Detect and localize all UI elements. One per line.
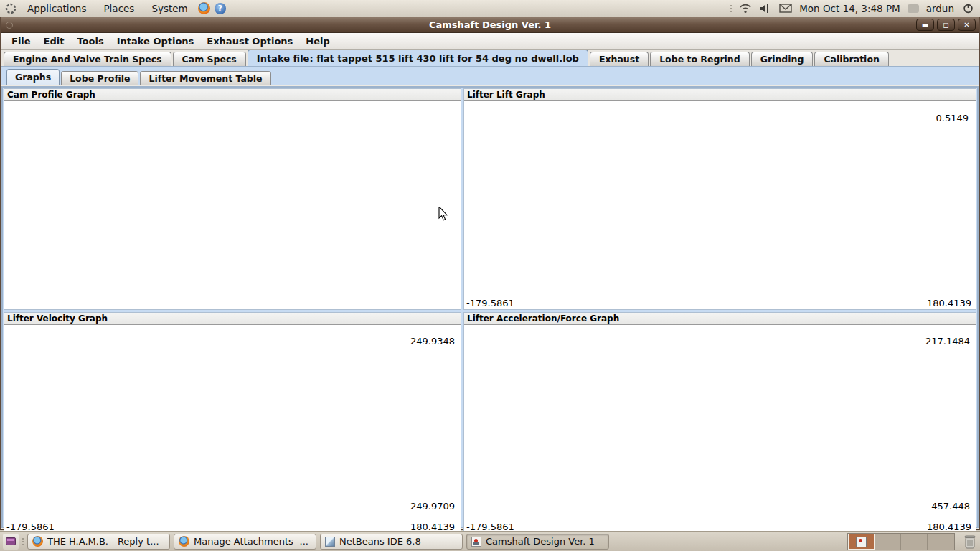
show-desktop-button[interactable] bbox=[3, 534, 19, 550]
acceleration-max-value: 217.1484 bbox=[925, 336, 970, 347]
cam-profile-panel: Cam Profile Graph bbox=[4, 88, 461, 310]
velocity-min-value: -249.9709 bbox=[407, 501, 455, 512]
graphs-grid: Cam Profile Graph Lifter Lift Graph 0.51… bbox=[1, 86, 979, 528]
window-title: Camshaft Design Ver. 1 bbox=[1, 19, 979, 30]
lift-xmin-value: -179.5861 bbox=[466, 298, 514, 309]
workspace-cell-1[interactable] bbox=[848, 534, 875, 550]
lifter-acceleration-title: Lifter Acceleration/Force Graph bbox=[464, 313, 976, 325]
volume-icon[interactable] bbox=[759, 2, 772, 15]
menu-help[interactable]: Help bbox=[299, 34, 336, 49]
system-menu[interactable]: System bbox=[144, 1, 194, 16]
places-menu[interactable]: Places bbox=[96, 1, 141, 16]
netbeans-icon bbox=[325, 537, 335, 547]
user-status-icon[interactable] bbox=[908, 4, 919, 13]
firefox-launcher-icon[interactable] bbox=[198, 2, 211, 15]
firefox-icon bbox=[179, 536, 189, 547]
tab-lobe-to-regrind[interactable]: Lobe to Regrind bbox=[650, 52, 750, 66]
workspace-cell-3[interactable] bbox=[901, 534, 928, 550]
workspace-cell-2[interactable] bbox=[875, 534, 901, 550]
java-app-icon bbox=[471, 537, 481, 547]
distro-logo-icon[interactable] bbox=[4, 2, 17, 15]
tab-lobe-profile[interactable]: Lobe Profile bbox=[61, 71, 138, 85]
cam-profile-title: Cam Profile Graph bbox=[4, 89, 461, 101]
lifter-velocity-title: Lifter Velocity Graph bbox=[4, 313, 461, 325]
power-icon[interactable] bbox=[961, 2, 974, 15]
tab-grinding[interactable]: Grinding bbox=[751, 52, 814, 66]
tab-exhaust[interactable]: Exhaust bbox=[590, 52, 649, 66]
taskbar-button-hamb[interactable]: THE H.A.M.B. - Reply t... bbox=[27, 534, 170, 550]
taskbar-grip bbox=[22, 538, 24, 545]
lifter-lift-plot: 0.5149 -179.5861 180.4139 bbox=[464, 101, 976, 309]
taskbar-button-netbeans[interactable]: NetBeans IDE 6.8 bbox=[320, 534, 463, 550]
clock[interactable]: Mon Oct 14, 3:48 PM bbox=[799, 3, 900, 14]
camshaft-design-window: Camshaft Design Ver. 1 ▬ ◻ ✕ File Edit T… bbox=[0, 17, 980, 530]
lifter-acceleration-panel: Lifter Acceleration/Force Graph 217.1484… bbox=[463, 312, 976, 534]
secondary-tab-bar: Graphs Lobe Profile Lifter Movement Tabl… bbox=[1, 66, 979, 85]
gnome-top-panel: Applications Places System ? Mon Oct 14,… bbox=[0, 0, 980, 17]
lift-xmax-value: 180.4139 bbox=[927, 298, 971, 309]
minimize-button[interactable]: ▬ bbox=[916, 19, 934, 31]
firefox-icon bbox=[32, 536, 43, 547]
taskbar-button-label: Manage Attachments -... bbox=[194, 536, 308, 547]
help-launcher-icon[interactable]: ? bbox=[214, 2, 227, 15]
mail-icon[interactable] bbox=[779, 2, 792, 15]
lifter-velocity-panel: Lifter Velocity Graph 249.9348 -249.9709… bbox=[4, 312, 461, 534]
show-desktop-icon bbox=[6, 537, 16, 545]
applications-menu[interactable]: Applications bbox=[20, 1, 93, 16]
tab-calibration[interactable]: Calibration bbox=[814, 52, 888, 66]
menu-exhaust-options[interactable]: Exhaust Options bbox=[200, 34, 299, 49]
taskbar-button-label: Camshaft Design Ver. 1 bbox=[486, 536, 595, 547]
menu-bar: File Edit Tools Intake Options Exhaust O… bbox=[1, 33, 979, 50]
primary-tab-bar: Engine And Valve Train Specs Cam Specs I… bbox=[1, 50, 979, 66]
mouse-cursor bbox=[438, 207, 448, 222]
tab-graphs[interactable]: Graphs bbox=[6, 69, 60, 85]
tab-cam-specs[interactable]: Cam Specs bbox=[173, 52, 246, 66]
velocity-max-value: 249.9348 bbox=[410, 336, 455, 347]
lift-max-value: 0.5149 bbox=[936, 113, 969, 123]
window-titlebar[interactable]: Camshaft Design Ver. 1 ▬ ◻ ✕ bbox=[1, 17, 979, 33]
menu-intake-options[interactable]: Intake Options bbox=[110, 34, 201, 49]
tab-engine-and-valve-train-specs[interactable]: Engine And Valve Train Specs bbox=[4, 52, 171, 66]
lifter-acceleration-plot: 217.1484 -457.448 -179.5861 180.4139 bbox=[464, 325, 976, 533]
menu-edit[interactable]: Edit bbox=[37, 34, 71, 49]
taskbar-button-label: NetBeans IDE 6.8 bbox=[339, 536, 421, 547]
trash-icon[interactable] bbox=[963, 534, 977, 550]
workspace-cell-4[interactable] bbox=[928, 534, 954, 550]
lifter-velocity-plot: 249.9348 -249.9709 -179.5861 180.4139 bbox=[4, 325, 461, 533]
menu-tools[interactable]: Tools bbox=[70, 34, 110, 49]
lifter-lift-title: Lifter Lift Graph bbox=[464, 89, 976, 101]
workspace-switcher bbox=[847, 533, 955, 550]
maximize-button[interactable]: ◻ bbox=[937, 19, 955, 31]
user-menu[interactable]: ardun bbox=[926, 3, 954, 14]
workspace-window-icon bbox=[856, 537, 867, 547]
tab-lifter-movement-table[interactable]: Lifter Movement Table bbox=[140, 71, 270, 85]
wifi-icon[interactable] bbox=[739, 2, 752, 15]
lifter-lift-panel: Lifter Lift Graph 0.5149 -179.5861 180.4… bbox=[463, 88, 976, 310]
taskbar-button-label: THE H.A.M.B. - Reply t... bbox=[47, 536, 159, 547]
tab-intake-file[interactable]: Intake file: flat tappet 515 lift 430 li… bbox=[248, 50, 588, 66]
taskbar-button-camshaft-design[interactable]: Camshaft Design Ver. 1 bbox=[466, 534, 609, 550]
panel-grip bbox=[730, 5, 732, 12]
menu-file[interactable]: File bbox=[5, 34, 37, 49]
taskbar: THE H.A.M.B. - Reply t... Manage Attachm… bbox=[0, 531, 980, 551]
cam-profile-plot bbox=[4, 101, 461, 309]
acceleration-min-value: -457.448 bbox=[928, 501, 970, 512]
close-button[interactable]: ✕ bbox=[958, 19, 976, 31]
taskbar-button-manage-attachments[interactable]: Manage Attachments -... bbox=[174, 534, 316, 550]
